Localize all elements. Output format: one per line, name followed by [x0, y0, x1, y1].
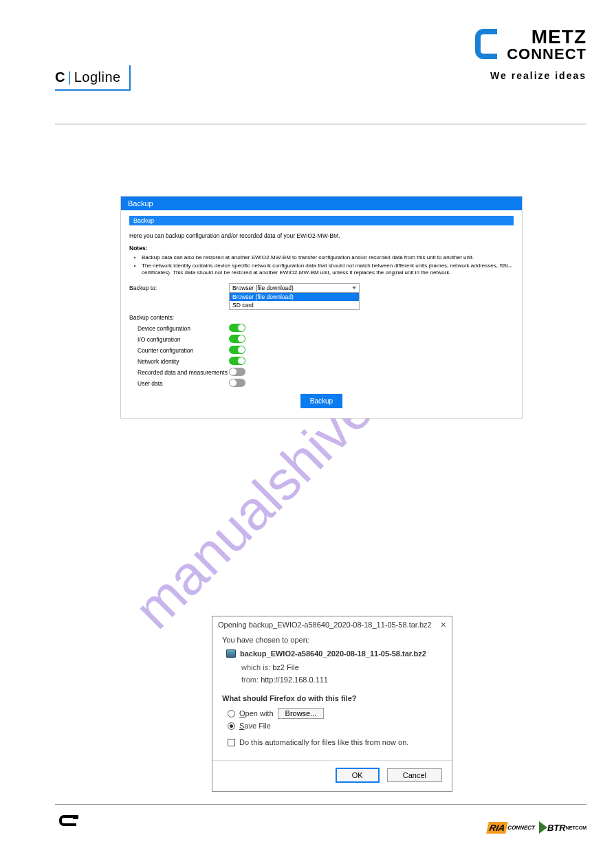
backup-contents-label: Backup contents: [129, 313, 229, 321]
ria-connect-logo: RIACONNECT [486, 822, 536, 834]
footer-logos: RIACONNECT BTRNETCOM [487, 821, 586, 834]
note-item: The network identity contains device spe… [142, 263, 514, 276]
backup-to-option[interactable]: SD card [230, 301, 359, 309]
archive-file-icon [226, 649, 236, 658]
toggle-recorded-data[interactable] [229, 368, 245, 376]
content-item-label: User data [129, 379, 229, 387]
download-dialog: Opening backup_EWIO2-a58640_2020-08-18_1… [212, 616, 452, 792]
footer-rule [55, 804, 586, 805]
toggle-user-data[interactable] [229, 379, 245, 387]
backup-panel-title: Backup [121, 197, 522, 210]
brand-line1: METZ [507, 27, 586, 47]
backup-button[interactable]: Backup [300, 394, 342, 408]
logline-text: Logline [74, 69, 121, 85]
which-is-value: bz2 File [272, 663, 299, 671]
dialog-filename: backup_EWIO2-a58640_2020-08-18_11-05-58.… [240, 649, 426, 658]
auto-label: Do this automatically for files like thi… [239, 738, 408, 746]
logline-c: C [55, 69, 65, 85]
save-file-label: Save File [239, 722, 271, 730]
which-is-label: which is: [241, 663, 270, 671]
page-header: METZ CONNECT We realize ideas C|Logline [0, 0, 614, 124]
note-item: Backup data can also be restored at anot… [142, 254, 514, 261]
from-value: http://192.168.0.111 [261, 676, 328, 684]
svg-rect-1 [73, 815, 78, 819]
brand-line2: CONNECT [507, 47, 586, 62]
open-with-label: Open with [239, 709, 274, 717]
content-item-label: Counter configuration [129, 346, 229, 354]
backup-to-select[interactable]: Browser (file download) Browser (file do… [229, 283, 360, 310]
backup-to-select-value[interactable]: Browser (file download) [229, 283, 360, 293]
notes-list: Backup data can also be restored at anot… [142, 254, 514, 276]
backup-intro-text: Here you can backup configuration and/or… [129, 232, 514, 239]
content-item-label: Recorded data and measurements [129, 368, 229, 376]
brand-tagline: We realize ideas [474, 70, 586, 81]
notes-label: Notes: [129, 245, 514, 252]
from-label: from: [241, 676, 259, 684]
toggle-network-identity[interactable] [229, 357, 245, 365]
toggle-device-config[interactable] [229, 324, 245, 332]
backup-panel-subhead: Backup [129, 216, 514, 225]
content-item-label: Device configuration [129, 324, 229, 332]
brand-logo-c-icon [474, 27, 500, 63]
brand-logo: METZ CONNECT We realize ideas [474, 27, 586, 81]
footer-c-icon [58, 814, 79, 827]
content-item-label: I/O configuration [129, 335, 229, 343]
radio-open-with[interactable] [228, 710, 235, 717]
ok-button[interactable]: OK [336, 768, 380, 783]
toggle-counter-config[interactable] [229, 346, 245, 354]
header-rule [55, 124, 586, 124]
browse-button[interactable]: Browse... [278, 708, 325, 719]
btr-netcom-logo: BTRNETCOM [539, 821, 586, 834]
dialog-chosen-text: You have chosen to open: [222, 636, 442, 644]
dialog-title: Opening backup_EWIO2-a58640_2020-08-18_1… [218, 621, 432, 629]
backup-panel: Backup Backup Here you can backup config… [120, 196, 523, 419]
radio-save-file[interactable] [228, 722, 235, 730]
close-icon[interactable]: × [441, 619, 446, 630]
dialog-question: What should Firefox do with this file? [222, 694, 442, 702]
triangle-icon [539, 821, 547, 834]
toggle-io-config[interactable] [229, 335, 245, 343]
content-item-label: Network identity [129, 357, 229, 365]
backup-to-label: Backup to: [129, 283, 229, 291]
logline-badge: C|Logline [55, 65, 131, 91]
backup-to-option-selected[interactable]: Browser (file download) [230, 293, 359, 301]
logline-separator: | [67, 69, 71, 85]
cancel-button[interactable]: Cancel [387, 768, 442, 782]
auto-checkbox[interactable] [228, 739, 235, 746]
